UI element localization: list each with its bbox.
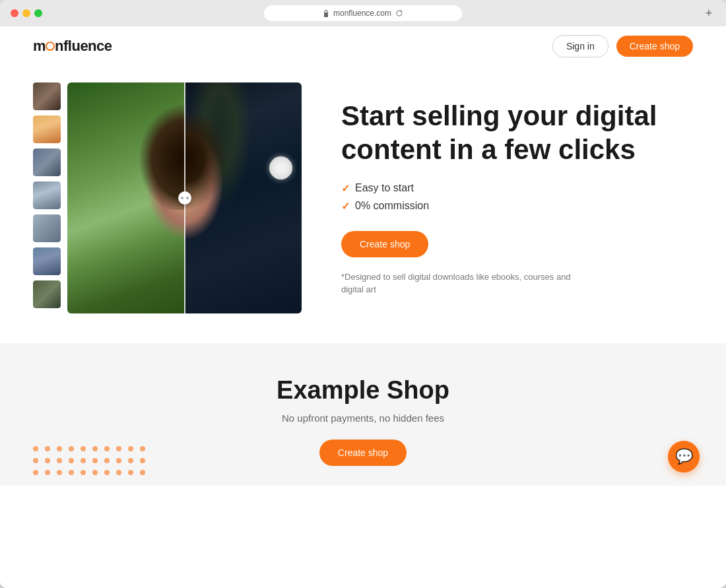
address-bar[interactable]: monfluence.com (264, 5, 462, 21)
browser-window: monfluence.com + mnfluence Sign in Creat… (0, 0, 726, 588)
maximize-button[interactable] (34, 9, 42, 17)
browser-titlebar: monfluence.com + (0, 0, 726, 26)
new-tab-button[interactable]: + (702, 7, 715, 20)
thumbnail-list (33, 82, 61, 313)
dots-decoration (33, 446, 149, 479)
image-left-panel (67, 82, 185, 313)
hero-section: Start selling your digital content in a … (0, 66, 726, 343)
image-right-panel (185, 82, 302, 313)
thumbnail-7[interactable] (33, 280, 61, 308)
hero-text: Start selling your digital content in a … (341, 100, 693, 296)
example-shop-section: Example Shop No upfront payments, no hid… (0, 343, 726, 486)
chat-icon: 💬 (675, 448, 693, 465)
signin-button[interactable]: Sign in (552, 35, 609, 57)
thumbnail-4[interactable] (33, 181, 61, 209)
chat-widget[interactable]: 💬 (668, 441, 700, 473)
checkmark-icon-2: ✓ (341, 200, 350, 212)
svg-rect-0 (324, 13, 328, 17)
logo[interactable]: mnfluence (33, 38, 112, 55)
thumbnail-6[interactable] (33, 247, 61, 275)
divider-handle[interactable] (178, 191, 191, 205)
checkmark-icon-1: ✓ (341, 182, 350, 195)
close-button[interactable] (11, 9, 18, 17)
lock-icon (323, 9, 329, 17)
hero-title: Start selling your digital content in a … (341, 100, 693, 166)
traffic-lights (11, 9, 42, 17)
hero-footnote: *Designed to sell digital downloads like… (341, 271, 579, 296)
main-image (67, 82, 302, 313)
example-shop-title: Example Shop (33, 376, 693, 405)
feature-label-1: Easy to start (355, 182, 414, 194)
website-content: mnfluence Sign in Create shop (0, 26, 726, 588)
thumbnail-2[interactable] (33, 115, 61, 143)
feature-label-2: 0% commission (355, 200, 429, 212)
create-shop-nav-button[interactable]: Create shop (616, 36, 693, 57)
refresh-icon[interactable] (395, 9, 403, 17)
thumbnail-1[interactable] (33, 82, 61, 110)
nav-buttons: Sign in Create shop (552, 35, 693, 57)
url-text: monfluence.com (333, 9, 391, 18)
create-shop-section-button[interactable]: Create shop (319, 440, 407, 466)
features-list: ✓ Easy to start ✓ 0% commission (341, 182, 693, 212)
logo-o (46, 42, 55, 51)
minimize-button[interactable] (22, 9, 30, 17)
feature-item-1: ✓ Easy to start (341, 182, 693, 195)
navigation: mnfluence Sign in Create shop (0, 26, 726, 66)
feature-item-2: ✓ 0% commission (341, 200, 693, 212)
thumbnail-5[interactable] (33, 214, 61, 242)
create-shop-hero-button[interactable]: Create shop (341, 231, 428, 257)
thumbnail-3[interactable] (33, 148, 61, 176)
image-gallery (33, 82, 302, 313)
example-shop-subtitle: No upfront payments, no hidden fees (33, 412, 693, 424)
